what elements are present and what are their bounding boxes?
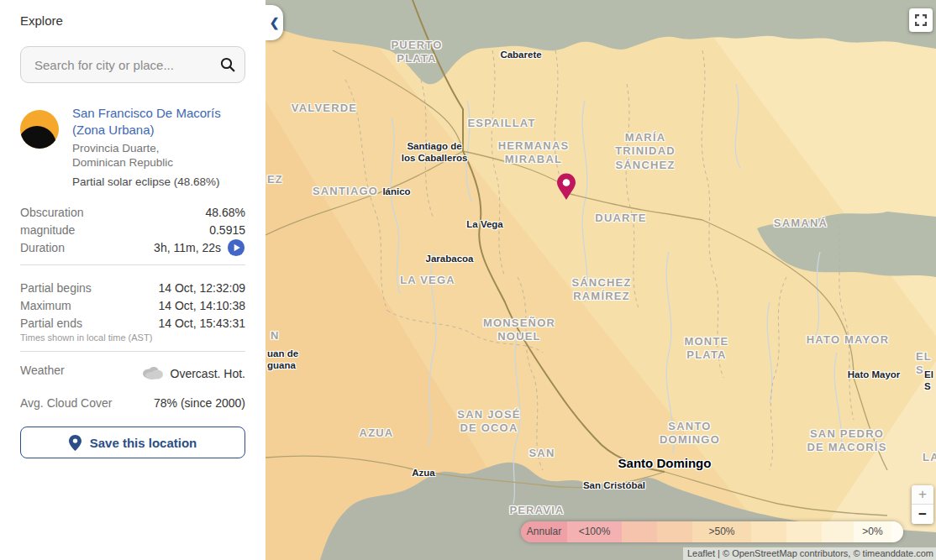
location-summary: San Francisco De Macorís (Zona Urbana) P… — [20, 105, 245, 190]
location-name-link[interactable]: San Francisco De Macorís (Zona Urbana) — [72, 105, 245, 139]
time-value: 14 Oct, 12:32:09 — [158, 281, 245, 295]
legend-segment — [622, 521, 657, 542]
zoom-in-button[interactable]: + — [912, 485, 933, 505]
legend-segment — [657, 521, 692, 542]
weather-label: Weather — [20, 364, 140, 377]
legend-segment: >50% — [692, 521, 751, 542]
legend-segment: <100% — [567, 521, 622, 542]
search-box[interactable] — [20, 46, 245, 83]
map-attribution[interactable]: Leaflet | © OpenStreetMap contributors, … — [683, 547, 936, 560]
stat-row: magnitude0.5915 — [20, 221, 245, 238]
time-value: 14 Oct, 14:10:38 — [158, 299, 245, 312]
eclipse-stats: Obscuration48.68%magnitude0.5915Duration… — [20, 203, 245, 256]
legend-segment: Annular — [521, 521, 567, 542]
eclipse-moon-disc — [20, 126, 56, 149]
time-row: Partial begins14 Oct, 12:32:09 — [20, 279, 245, 296]
legend-segment: >0% — [854, 521, 891, 542]
legend-segment — [822, 521, 854, 542]
time-label: Partial begins — [20, 281, 158, 295]
stat-value: 0.5915 — [209, 223, 245, 237]
partial-eclipse-icon — [20, 110, 59, 149]
weather-value: Overcast. Hot. — [171, 367, 245, 380]
fullscreen-button[interactable] — [909, 8, 933, 32]
map-pin-icon — [69, 435, 82, 451]
stat-label: magnitude — [20, 223, 209, 237]
time-row: Maximum14 Oct, 14:10:38 — [20, 296, 245, 314]
chevron-left-icon: ❮ — [270, 16, 280, 29]
weather-row: Weather Overcast. Hot. — [20, 364, 245, 383]
time-row: Partial ends14 Oct, 15:43:31 — [20, 314, 245, 332]
location-marker[interactable] — [554, 173, 579, 201]
fullscreen-icon — [915, 14, 927, 26]
cloud-cover-label: Avg. Cloud Cover — [20, 396, 154, 410]
stat-row: Obscuration48.68% — [20, 203, 245, 221]
time-label: Partial ends — [20, 317, 158, 330]
legend-segment — [751, 521, 786, 542]
save-location-button[interactable]: Save this location — [20, 427, 245, 458]
sidebar-collapse-button[interactable]: ❮ — [266, 5, 283, 40]
cloud-icon — [140, 364, 166, 383]
time-value: 14 Oct, 15:43:31 — [158, 317, 245, 330]
divider — [20, 351, 245, 352]
legend-segment — [786, 521, 822, 542]
eclipse-type: Partial solar eclipse (48.68%) — [72, 175, 228, 190]
map-art — [266, 0, 936, 560]
stat-value: 48.68% — [206, 206, 245, 219]
divider — [20, 264, 245, 265]
location-region: Provincia Duarte, Dominican Republic — [72, 141, 245, 171]
zoom-control: + − — [912, 485, 933, 524]
stat-row: Duration3h, 11m, 22s — [20, 238, 245, 256]
timezone-note: Times shown in local time (AST) — [20, 332, 245, 343]
map-canvas[interactable]: PUERTO PLATAVALVERDEESPAILLATHERMANAS MI… — [266, 0, 936, 560]
cloud-cover-value: 78% (since 2000) — [154, 396, 245, 410]
search-input[interactable] — [21, 58, 211, 72]
time-label: Maximum — [20, 299, 158, 312]
stat-label: Duration — [20, 241, 154, 254]
cloud-cover-row: Avg. Cloud Cover 78% (since 2000) — [20, 396, 245, 410]
play-animation-button[interactable] — [227, 238, 245, 257]
stat-label: Obscuration — [20, 206, 206, 219]
stat-value: 3h, 11m, 22s — [154, 241, 221, 254]
explore-heading: Explore — [20, 13, 266, 28]
eclipse-times: Partial begins14 Oct, 12:32:09Maximum14 … — [20, 279, 245, 332]
save-location-label: Save this location — [90, 436, 197, 450]
eclipse-legend: Annular<100%>50%>0% — [521, 521, 903, 542]
search-icon[interactable] — [211, 57, 245, 72]
sidebar: Explore San Francisco De Macorís (Zona U… — [0, 0, 266, 560]
zoom-out-button[interactable]: − — [912, 505, 933, 524]
